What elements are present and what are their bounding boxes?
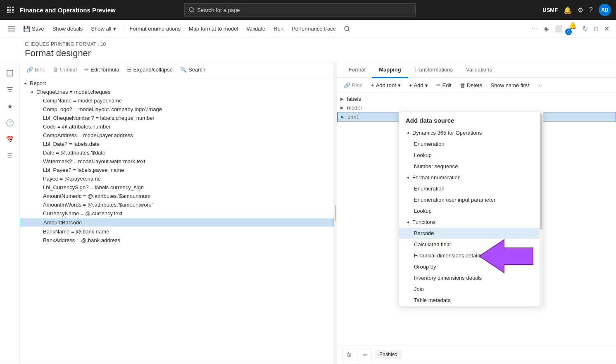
bottom-edit-button[interactable]: ✏ <box>359 348 372 361</box>
dropdown-item[interactable]: Calculated field <box>399 239 543 250</box>
tree-item[interactable]: CompName = model.payer.name <box>20 96 333 105</box>
run-button[interactable]: Run <box>270 24 287 33</box>
dropdown-item[interactable]: Inventory dimensions details <box>399 272 543 283</box>
nav-calendar-icon[interactable]: 📅 <box>2 132 17 147</box>
bell-icon[interactable]: 🔔 <box>564 6 572 14</box>
dropdown-item[interactable]: Table metadata <box>399 295 543 306</box>
right-bind-button[interactable]: 🔗 Bind <box>340 81 366 90</box>
nav-home-icon[interactable] <box>2 66 17 81</box>
dropdown-item[interactable]: Barcode <box>399 228 543 239</box>
tree-item[interactable]: Lbl_Date? = labels.date <box>20 140 333 148</box>
tree-item[interactable]: CompLogo? = model.layout.'company logo'.… <box>20 105 333 114</box>
left-sidebar: ★ 🕐 📅 ☰ <box>0 62 20 364</box>
expand-collapse-button[interactable]: ☰ Expand/collapse <box>124 65 176 74</box>
format-tree[interactable]: ◄Report◄ChequeLines = model.chequesCompN… <box>20 77 333 364</box>
expand-icon[interactable]: ⬜ <box>553 23 564 34</box>
show-details-button[interactable]: Show details <box>49 24 86 33</box>
show-all-button[interactable]: Show all ▾ <box>88 24 119 33</box>
dropdown-scrollbar[interactable] <box>540 112 543 306</box>
tree-item[interactable]: Payee = @.payee.name <box>20 174 333 183</box>
unbind-button[interactable]: 🗑 Unbind <box>50 65 80 74</box>
dropdown-item[interactable]: Financial dimensions details <box>399 250 543 261</box>
show-all-label: Show all <box>91 26 111 32</box>
dropdown-item[interactable]: Enumeration <box>399 183 543 194</box>
dropdown-item[interactable]: Number sequence <box>399 161 543 172</box>
add-button[interactable]: + Add ▾ <box>406 81 431 90</box>
tree-item[interactable]: BankName = @.bank.name <box>20 227 333 236</box>
more-options-icon[interactable]: ··· <box>529 24 540 34</box>
tree-item[interactable]: ◄ChequeLines = model.cheques <box>20 88 333 96</box>
edit-icon: ✏ <box>436 82 441 88</box>
right-tree-item[interactable]: ▶labels <box>337 95 616 103</box>
dropdown-group-functions[interactable]: ◄Functions <box>399 216 543 228</box>
bind-button[interactable]: 🔗 Bind <box>23 65 49 74</box>
show-details-label: Show details <box>52 26 83 32</box>
dropdown-item[interactable]: Enumeration user input parameter <box>399 194 543 205</box>
right-more-button[interactable]: ··· <box>534 81 545 90</box>
dropdown-group-format_enum[interactable]: ◄Format enumeration <box>399 172 543 183</box>
tree-item[interactable]: Lbl_CurrencySign? = labels.currency_sign <box>20 183 333 192</box>
user-avatar[interactable]: AD <box>599 4 611 16</box>
tree-text: Lbl_Date? = labels.date <box>43 141 100 147</box>
performance-trace-button[interactable]: Performance trace <box>288 24 339 33</box>
dropdown-item[interactable]: Enumeration <box>399 138 543 150</box>
tab-transformations[interactable]: Transformations <box>408 62 459 78</box>
splitter[interactable] <box>334 62 337 364</box>
edit-formula-button[interactable]: ✏ Edit formula <box>81 65 122 74</box>
svg-rect-2 <box>12 7 14 8</box>
edit-label: Edit <box>442 82 452 88</box>
new-window-icon[interactable]: ⧉ <box>592 24 600 34</box>
svg-rect-3 <box>7 9 9 11</box>
delete-button[interactable]: 🗑 Delete <box>457 81 486 90</box>
nav-clock-icon[interactable]: 🕐 <box>2 115 17 130</box>
save-button[interactable]: 💾 Save <box>20 24 48 34</box>
nav-filter-icon[interactable] <box>2 82 17 97</box>
dropdown-item[interactable]: Group by <box>399 261 543 272</box>
search-button[interactable]: 🔍 Search <box>177 65 209 74</box>
tree-item[interactable]: Code = @.attributes.number <box>20 122 333 131</box>
edit-button[interactable]: ✏ Edit <box>433 81 455 90</box>
tree-text: labels <box>347 96 361 102</box>
format-enumerations-button[interactable]: Format enumerations <box>126 24 184 33</box>
tree-item[interactable]: Date = @.attributes.'$date' <box>20 148 333 157</box>
tree-item[interactable]: AmountInWords = @.attributes.'$amountwor… <box>20 200 333 209</box>
settings-icon[interactable]: ⚙ <box>578 6 583 14</box>
dropdown-item[interactable]: Lookup <box>399 150 543 161</box>
tab-format[interactable]: Format <box>342 62 372 78</box>
tree-item[interactable]: AmountNumeric = @.attributes.'$amountnum… <box>20 192 333 200</box>
global-search-button[interactable] <box>341 24 353 33</box>
bottom-trash-button[interactable]: 🗑 <box>342 348 355 361</box>
add-root-button[interactable]: + Add root ▾ <box>368 81 404 90</box>
tree-item[interactable]: AmountBarcode <box>20 218 333 227</box>
hamburger-icon[interactable] <box>5 22 18 36</box>
save-icon: 💾 <box>23 26 30 32</box>
dropdown-item[interactable]: Join <box>399 283 543 295</box>
show-name-first-button[interactable]: Show name first <box>488 81 533 90</box>
dropdown-group-d365[interactable]: ◄Dynamics 365 for Operations <box>399 127 543 138</box>
tree-item[interactable]: Watermark? = model.layout.watermark.text <box>20 157 333 166</box>
tree-item[interactable]: Lbl_ChequeNumber? = labels.cheque_number <box>20 114 333 122</box>
tab-validations[interactable]: Validations <box>459 62 499 78</box>
dropdown-item[interactable]: Lookup <box>399 205 543 216</box>
nav-list-icon[interactable]: ☰ <box>2 148 17 163</box>
validate-button[interactable]: Validate <box>243 24 269 33</box>
tree-item[interactable]: ◄Report <box>20 79 333 88</box>
tree-item[interactable]: Lbl_Payee? = labels.payee_name <box>20 166 333 174</box>
tab-mapping[interactable]: Mapping <box>372 62 407 78</box>
nav-star-icon[interactable]: ★ <box>2 99 17 114</box>
tree-item[interactable]: BankAddress = @.bank.address <box>20 236 333 245</box>
refresh-icon[interactable]: ↻ <box>581 23 590 34</box>
tree-item[interactable]: CompAddress = model.payer.address <box>20 131 333 140</box>
global-search[interactable]: Search for a page <box>184 3 416 17</box>
grid-icon[interactable] <box>5 5 16 15</box>
svg-rect-0 <box>7 7 9 8</box>
svg-rect-4 <box>10 9 11 11</box>
right-tree-item[interactable]: ▶model <box>337 103 616 112</box>
close-icon[interactable]: ✕ <box>602 23 611 34</box>
diamond-icon[interactable]: ◈ <box>542 23 550 34</box>
tree-item[interactable]: CurrencyName = @.currency.text <box>20 209 333 218</box>
tabs: FormatMappingTransformationsValidations <box>337 62 616 78</box>
help-icon[interactable]: ? <box>589 6 593 14</box>
map-format-button[interactable]: Map format to model <box>186 24 241 33</box>
delete-label: Delete <box>467 82 483 88</box>
